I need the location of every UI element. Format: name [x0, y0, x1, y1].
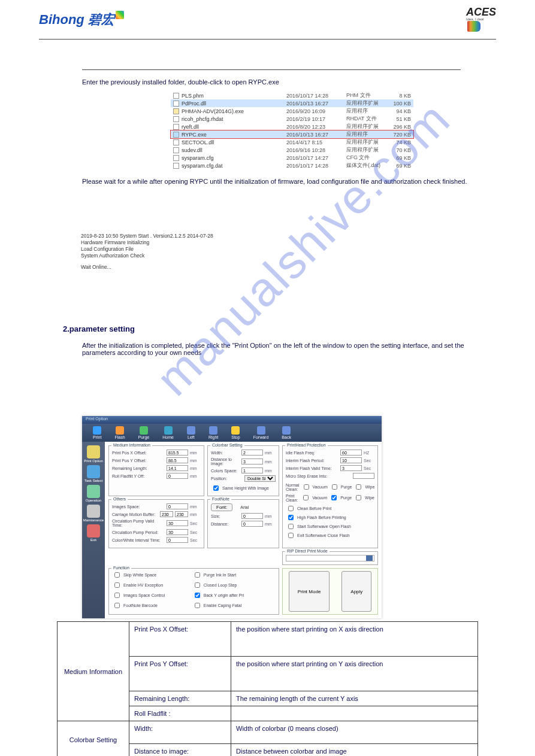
- input-printposy[interactable]: [167, 457, 188, 463]
- toolbar-print[interactable]: Print: [93, 426, 101, 439]
- file-row[interactable]: sysparam.cfg.dat2016/10/17 14:28媒体文件(.da…: [171, 162, 413, 169]
- panel-rip: RIP Direct Print Mode: [282, 551, 378, 565]
- file-name: RYPC.exe: [182, 132, 286, 138]
- input-images-space[interactable]: [167, 503, 188, 509]
- file-list: PLS.phm2016/10/17 14:28PHM 文件8 KBPdProc.…: [171, 92, 413, 169]
- file-name: SECTOOL.dll: [182, 139, 286, 145]
- file-type: 应用程序扩展: [346, 123, 388, 130]
- file-row[interactable]: PHMAN-ADV(2014G).exe2016/9/20 16:09应用程序9…: [171, 107, 413, 115]
- print-mode-button[interactable]: Print Mode: [289, 571, 330, 612]
- input-interim-period[interactable]: [340, 457, 362, 463]
- input-printposx[interactable]: [167, 450, 188, 456]
- file-date: 2016/10/13 16:27: [286, 101, 346, 107]
- input-cb-width[interactable]: [241, 450, 263, 456]
- file-row[interactable]: sysparam.cfg2016/10/17 14:27CFG 文件69 KB: [171, 154, 413, 162]
- sidebar-exit[interactable]: Exit: [87, 524, 100, 542]
- input-remain[interactable]: [167, 465, 188, 471]
- file-row[interactable]: PLS.phm2016/10/17 14:28PHM 文件8 KB: [171, 92, 413, 99]
- panel-medium: Medium Information Print Pos X Offset:mm…: [108, 445, 204, 496]
- file-date: 2016/10/17 14:28: [286, 93, 346, 99]
- sidebar-print-option[interactable]: Print Option: [84, 445, 103, 463]
- file-row[interactable]: SECTOOL.dll2014/4/17 8:15应用程序扩展74 KB: [171, 138, 413, 146]
- section-rule: [82, 69, 461, 70]
- file-name: sysparam.cfg.dat: [182, 163, 286, 169]
- panel-others: Others Images Space:mm Carriage Motion B…: [108, 499, 204, 548]
- check-exit-flash[interactable]: [288, 533, 294, 538]
- toolbar-home[interactable]: Home: [162, 426, 174, 439]
- file-icon: [173, 147, 179, 153]
- apply-button[interactable]: Apply: [341, 571, 371, 612]
- font-button[interactable]: Font:: [211, 503, 232, 511]
- select-cb-position[interactable]: Double Side: [244, 475, 276, 482]
- file-row[interactable]: ricoh_phcfg.rhdat2016/2/19 10:17RHDAT 文件…: [171, 115, 413, 123]
- file-size: 8 KB: [388, 93, 411, 99]
- sidebar-maintanance[interactable]: Maintanance: [83, 505, 104, 522]
- toolbar-flash[interactable]: Flash: [114, 426, 125, 439]
- file-date: 2016/10/17 14:28: [286, 163, 346, 169]
- input-fn-distance[interactable]: [241, 521, 263, 527]
- func-check-4[interactable]: Images Space Control: [112, 591, 192, 600]
- print-icon: [93, 426, 101, 435]
- input-roll[interactable]: [167, 473, 188, 479]
- check-normal-wipe[interactable]: [356, 484, 361, 490]
- func-check-7[interactable]: Enable Caping Fatal: [192, 601, 273, 610]
- file-row[interactable]: RYPC.exe2016/10/13 16:27应用程序720 KB: [171, 130, 413, 138]
- check-normal-vacuum[interactable]: [304, 484, 309, 490]
- check-print-purge[interactable]: [331, 495, 337, 500]
- func-check-5[interactable]: Back Y origin after Pri: [192, 591, 273, 600]
- func-check-1[interactable]: Purge Ink In Start: [192, 570, 273, 579]
- table-cell: The remaining length of the current Y ax…: [231, 691, 478, 706]
- func-check-3[interactable]: Closed Loop Step: [192, 581, 273, 590]
- check-normal-purge[interactable]: [332, 484, 337, 490]
- input-cb-colors[interactable]: [241, 467, 263, 473]
- file-row[interactable]: PdProc.dll2016/10/13 16:27应用程序扩展100 KB: [171, 99, 413, 107]
- label-printposy: Print Pos Y Offset:: [112, 459, 165, 463]
- input-interim-valid[interactable]: [340, 465, 362, 471]
- desc-table: Medium Information Print Pos X Offset: t…: [57, 621, 478, 756]
- file-type: CFG 文件: [346, 154, 388, 162]
- func-check-2[interactable]: Enable HV Exception: [112, 581, 192, 590]
- toolbar-forward[interactable]: Forward: [253, 426, 269, 439]
- table-cell: Roll Fladflit :: [129, 706, 231, 721]
- input-fn-size[interactable]: [241, 513, 263, 519]
- panel-title: Colorbar Setting: [210, 443, 244, 447]
- toolbar-purge[interactable]: Purge: [138, 426, 150, 439]
- file-type: RHDAT 文件: [346, 115, 388, 123]
- toolbar-left[interactable]: Left: [187, 426, 195, 439]
- input-idle-freq[interactable]: [340, 450, 362, 456]
- file-name: sysparam.cfg: [182, 155, 286, 161]
- check-high-flash[interactable]: [288, 515, 294, 520]
- input-pump-valid[interactable]: [167, 520, 188, 526]
- panel-function: Function Skip White SpacePurge Ink In St…: [108, 568, 279, 615]
- input-micro-erase[interactable]: [353, 473, 374, 479]
- rip-dropdown[interactable]: [286, 555, 374, 561]
- maintanance-icon: [87, 505, 100, 518]
- toolbar-right[interactable]: Right: [208, 426, 218, 439]
- toolbar-back[interactable]: Back: [282, 426, 291, 439]
- label-roll: Roll Fladflit Y Off:: [112, 474, 165, 478]
- intro-text-2: Please wait for a while after opening RY…: [82, 178, 496, 185]
- file-icon: [173, 163, 179, 169]
- sidebar-operation[interactable]: Operation: [86, 485, 101, 502]
- func-check-0[interactable]: Skip White Space: [112, 570, 192, 579]
- check-clean-before-print[interactable]: [288, 506, 294, 511]
- func-check-6[interactable]: FootNote Barcode: [112, 601, 192, 610]
- file-size: 74 KB: [388, 139, 411, 145]
- toolbar-stop[interactable]: Stop: [231, 426, 240, 439]
- file-row[interactable]: ryeft.dll2016/8/20 12:23应用程序扩展296 KB: [171, 123, 413, 130]
- input-carriage1[interactable]: [160, 511, 173, 517]
- app-window: Print Option PrintFlashPurgeHomeLeftRigh…: [82, 416, 382, 618]
- input-cw-interval[interactable]: [167, 537, 188, 543]
- check-same-height[interactable]: [213, 485, 219, 491]
- sidebar-task-select[interactable]: Task Select: [84, 465, 103, 482]
- check-print-wipe[interactable]: [356, 495, 361, 500]
- file-row[interactable]: sudev.dll2016/9/16 10:28应用程序扩展70 KB: [171, 146, 413, 154]
- input-cb-dist[interactable]: [241, 459, 263, 464]
- file-name: PHMAN-ADV(2014G).exe: [182, 108, 286, 114]
- file-name: ricoh_phcfg.rhdat: [182, 116, 286, 122]
- input-pump-period[interactable]: [167, 529, 188, 535]
- check-start-flash[interactable]: [288, 524, 294, 529]
- check-print-vacuum[interactable]: [303, 495, 309, 500]
- file-type: 应用程序: [346, 107, 388, 115]
- input-carriage2[interactable]: [175, 511, 188, 517]
